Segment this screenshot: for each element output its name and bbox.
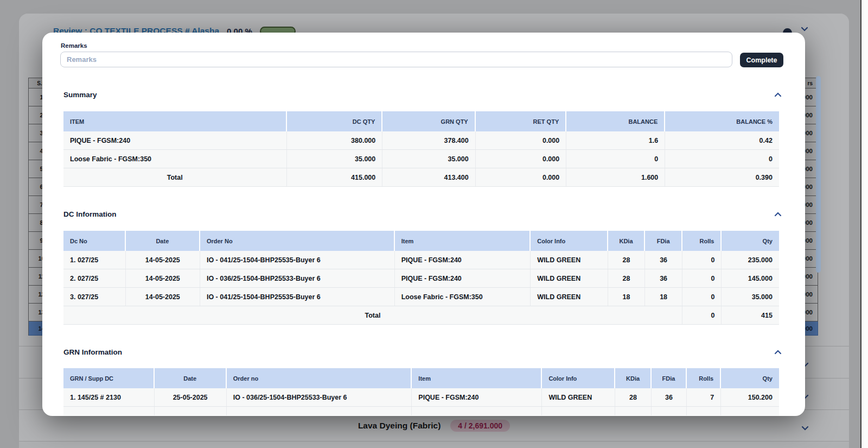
complete-button[interactable]: Complete bbox=[740, 53, 783, 67]
browser-scrollbar-track[interactable] bbox=[860, 0, 868, 448]
column-header: FDia bbox=[652, 368, 687, 388]
dc-total-row: Total 0 415 bbox=[63, 306, 779, 325]
column-header: Order No bbox=[200, 231, 395, 251]
column-header: Order no bbox=[227, 368, 412, 388]
summary-total-row: Total 415.000 413.400 0.000 1.600 0.390 bbox=[63, 168, 779, 187]
column-header: Item bbox=[412, 368, 542, 388]
dc-row: 3. 027/25 14-05-2025 IO - 041/25-1504-BH… bbox=[63, 288, 779, 306]
grn-row: 1. 145/25 # 2130 25-05-2025 IO - 036/25-… bbox=[63, 388, 779, 407]
dc-section-header: DC Information bbox=[63, 209, 782, 219]
column-header: GRN / Supp DC bbox=[63, 368, 155, 388]
column-header: BALANCE bbox=[566, 111, 665, 131]
column-header: Qty bbox=[722, 231, 779, 251]
column-header: DC QTY bbox=[287, 111, 383, 131]
chevron-up-icon[interactable] bbox=[774, 90, 782, 99]
column-header: Dc No bbox=[63, 231, 126, 251]
summary-row: PIQUE - FGSM:240 380.000 378.400 0.000 1… bbox=[63, 131, 779, 150]
remarks-label: Remarks bbox=[61, 42, 87, 49]
summary-title: Summary bbox=[63, 91, 97, 99]
column-header: Date bbox=[126, 231, 200, 251]
dialog-scrollbar-thumb[interactable] bbox=[816, 76, 821, 273]
column-header: FDia bbox=[645, 231, 682, 251]
grn-header-row: GRN / Supp DC Date Order no Item Color I… bbox=[63, 368, 779, 388]
dc-row: 1. 027/25 14-05-2025 IO - 041/25-1504-BH… bbox=[63, 251, 779, 269]
column-header: Item bbox=[395, 231, 531, 251]
column-header: Qty bbox=[721, 368, 779, 388]
dc-header-row: Dc No Date Order No Item Color Info KDia… bbox=[63, 231, 779, 251]
grn-table: GRN / Supp DC Date Order no Item Color I… bbox=[63, 368, 779, 415]
grn-title: GRN Information bbox=[63, 348, 122, 356]
column-header: GRN QTY bbox=[382, 111, 475, 131]
column-header: Color Info bbox=[542, 368, 615, 388]
dc-row: 2. 027/25 14-05-2025 IO - 036/25-1504-BH… bbox=[63, 269, 779, 288]
chevron-up-icon[interactable] bbox=[774, 347, 782, 357]
column-header: Color Info bbox=[531, 231, 608, 251]
column-header: Date bbox=[155, 368, 227, 388]
column-header: BALANCE % bbox=[665, 111, 779, 131]
remarks-input[interactable] bbox=[60, 52, 732, 67]
column-header: RET QTY bbox=[476, 111, 567, 131]
summary-section-header: Summary bbox=[63, 89, 782, 100]
grn-row-clipped bbox=[63, 407, 779, 415]
summary-row: Loose Fabric - FGSM:350 35.000 35.000 0.… bbox=[63, 150, 779, 168]
grn-section-header: GRN Information bbox=[63, 346, 782, 357]
dc-table: Dc No Date Order No Item Color Info KDia… bbox=[63, 231, 779, 325]
summary-table: ITEM DC QTY GRN QTY RET QTY BALANCE BALA… bbox=[63, 111, 779, 187]
chevron-up-icon[interactable] bbox=[774, 209, 782, 219]
dc-title: DC Information bbox=[63, 210, 117, 218]
summary-header-row: ITEM DC QTY GRN QTY RET QTY BALANCE BALA… bbox=[63, 111, 779, 131]
column-header: ITEM bbox=[63, 111, 287, 131]
column-header: KDia bbox=[615, 368, 652, 388]
column-header: KDia bbox=[608, 231, 646, 251]
completion-modal: Remarks Complete Summary ITEM DC QTY GRN… bbox=[42, 33, 805, 416]
column-header: Rolls bbox=[687, 368, 721, 388]
column-header: Rolls bbox=[682, 231, 722, 251]
